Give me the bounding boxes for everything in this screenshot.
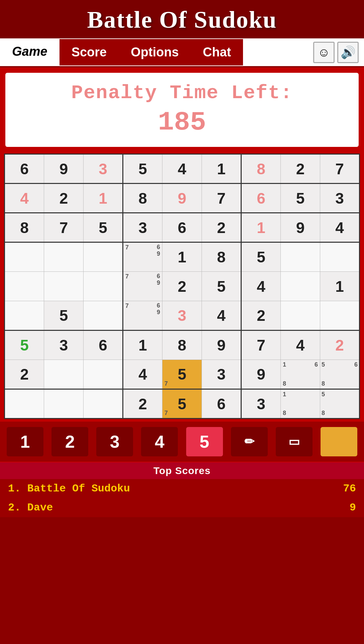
table-row[interactable]: 1	[123, 331, 162, 360]
table-row[interactable]	[281, 272, 320, 301]
table-row[interactable]: 7 69	[123, 242, 162, 272]
table-row[interactable]: 8	[162, 331, 202, 360]
nav-icons: ☺ 🔊	[313, 42, 364, 63]
table-row[interactable]: 2	[5, 360, 44, 389]
table-row[interactable]: 1 8 6	[281, 360, 320, 389]
smiley-button[interactable]: ☺	[313, 42, 335, 63]
table-row[interactable]	[44, 242, 84, 272]
table-row[interactable]: 3	[162, 301, 202, 331]
table-row[interactable]: 6	[84, 331, 123, 360]
table-row[interactable]: 4	[281, 331, 320, 360]
table-row[interactable]: 7	[320, 154, 360, 184]
notes-button[interactable]: ▭	[276, 427, 313, 456]
table-row[interactable]	[44, 272, 84, 301]
table-row[interactable]	[320, 301, 360, 331]
table-row[interactable]: 4	[162, 154, 202, 184]
table-row[interactable]: 5	[241, 242, 281, 272]
table-row[interactable]	[5, 272, 44, 301]
table-row[interactable]: 5	[123, 154, 162, 184]
table-row[interactable]: 5	[84, 213, 123, 242]
table-row[interactable]: 2	[320, 331, 360, 360]
table-row[interactable]	[84, 272, 123, 301]
table-row[interactable]: 3	[44, 331, 84, 360]
tab-game[interactable]: Game	[0, 38, 59, 66]
table-row[interactable]: 7	[241, 331, 281, 360]
num-3-button[interactable]: 3	[96, 427, 133, 456]
table-row[interactable]: 7 69	[123, 272, 162, 301]
table-row[interactable]: 3	[123, 213, 162, 242]
table-row[interactable]: 2	[281, 154, 320, 184]
table-row[interactable]: 5 8	[320, 389, 360, 419]
table-row[interactable]	[44, 389, 84, 419]
table-row[interactable]: 6	[5, 154, 44, 184]
table-row[interactable]: 8	[241, 154, 281, 184]
table-row[interactable]: 7 69	[123, 301, 162, 331]
table-row[interactable]: 6	[202, 389, 241, 419]
table-row[interactable]: 1	[320, 272, 360, 301]
num-4-button[interactable]: 4	[141, 427, 178, 456]
table-row[interactable]: 3	[241, 389, 281, 419]
table-row[interactable]: 3	[202, 360, 241, 389]
table-row[interactable]	[320, 242, 360, 272]
table-row[interactable]: 6	[241, 184, 281, 213]
table-row[interactable]: 1	[241, 213, 281, 242]
table-row[interactable]: 2	[241, 301, 281, 331]
nav-bar: Game Score Options Chat ☺ 🔊	[0, 38, 364, 67]
table-row[interactable]: 7 5	[162, 360, 202, 389]
table-row[interactable]: 7 5	[162, 389, 202, 419]
table-row[interactable]: 9	[44, 154, 84, 184]
table-row[interactable]: 2	[123, 389, 162, 419]
table-row[interactable]	[84, 360, 123, 389]
table-row[interactable]: 5	[44, 301, 84, 331]
table-row[interactable]: 5	[202, 272, 241, 301]
table-row[interactable]: 4	[5, 184, 44, 213]
table-row[interactable]: 8	[123, 184, 162, 213]
table-row[interactable]: 1	[202, 154, 241, 184]
tab-score[interactable]: Score	[59, 39, 119, 65]
table-row[interactable]: 4	[202, 301, 241, 331]
table-row[interactable]	[5, 301, 44, 331]
table-row[interactable]: 4	[123, 360, 162, 389]
table-row[interactable]	[5, 389, 44, 419]
table-row[interactable]: 7	[44, 213, 84, 242]
number-bar: 1 2 3 4 5 ✏ ▭	[0, 422, 364, 462]
num-1-button[interactable]: 1	[7, 427, 43, 456]
table-row[interactable]	[5, 242, 44, 272]
table-row[interactable]: 1 8	[281, 389, 320, 419]
table-row[interactable]: 3	[320, 184, 360, 213]
table-row[interactable]	[44, 360, 84, 389]
table-row[interactable]	[84, 301, 123, 331]
table-row[interactable]: 4	[320, 213, 360, 242]
table-row[interactable]	[84, 242, 123, 272]
table-row[interactable]: 7	[202, 184, 241, 213]
pencil-button[interactable]: ✏	[231, 427, 268, 456]
tab-options[interactable]: Options	[119, 39, 191, 65]
table-row[interactable]: 2	[162, 272, 202, 301]
table-row[interactable]: 1	[162, 242, 202, 272]
penalty-wrapper: Penalty Time Left: 185	[0, 67, 364, 152]
table-row[interactable]	[281, 301, 320, 331]
table-row[interactable]: 9	[281, 213, 320, 242]
top-scores-section: Top Scores 1. Battle Of Sudoku 76 2. Dav…	[0, 462, 364, 517]
table-row[interactable]: 5	[281, 184, 320, 213]
table-row[interactable]: 9	[202, 331, 241, 360]
table-row[interactable]: 8	[5, 213, 44, 242]
table-row[interactable]: 8	[202, 242, 241, 272]
table-row[interactable]: 2	[202, 213, 241, 242]
table-row[interactable]: 2	[44, 184, 84, 213]
sound-button[interactable]: 🔊	[337, 42, 359, 63]
table-row[interactable]: 6	[162, 213, 202, 242]
table-row[interactable]	[281, 242, 320, 272]
table-row[interactable]: 9	[162, 184, 202, 213]
table-row[interactable]: 5 6 8	[320, 360, 360, 389]
table-row[interactable]: 3	[84, 154, 123, 184]
color-button[interactable]	[321, 427, 357, 456]
table-row[interactable]	[84, 389, 123, 419]
tab-chat[interactable]: Chat	[191, 39, 243, 65]
num-5-button[interactable]: 5	[186, 427, 223, 456]
table-row[interactable]: 1	[84, 184, 123, 213]
num-2-button[interactable]: 2	[51, 427, 88, 456]
table-row[interactable]: 5	[5, 331, 44, 360]
table-row[interactable]: 9	[241, 360, 281, 389]
table-row[interactable]: 4	[241, 272, 281, 301]
